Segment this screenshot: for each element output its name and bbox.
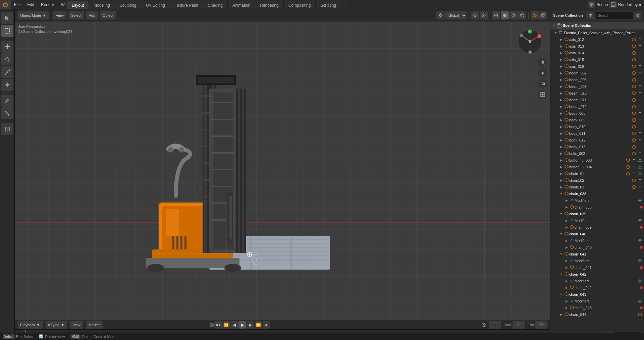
obj-arrow[interactable]: ▶ [558,45,564,48]
obj-arrow[interactable]: ▶ [558,98,564,102]
obj-arrow[interactable]: ▶ [558,179,564,182]
outliner-search-input[interactable] [596,12,633,19]
chain-arrow[interactable]: ▼ [558,192,564,195]
mesh-arrow[interactable]: ▶ [564,286,569,289]
mesh-arrow[interactable]: ▶ [564,226,569,229]
menu-file[interactable]: File [11,0,24,9]
transform-space-select[interactable]: Global [445,11,467,19]
camera-view-icon[interactable] [538,79,547,89]
mesh-arrow[interactable]: ▶ [564,306,569,309]
scene-selector[interactable] [588,1,595,8]
outliner-object-row[interactable]: ▶ body_010 [550,123,644,130]
snap-icon[interactable] [471,11,479,19]
toolbar-select-cursor[interactable] [1,12,13,24]
mod-arrow[interactable]: ▶ [564,199,569,202]
obj-arrow[interactable]: ▶ [558,92,564,95]
tab-compositing[interactable]: Compositing [284,1,316,9]
wireframe-shading-btn[interactable] [492,11,500,19]
mod-arrow[interactable]: ▶ [564,219,569,222]
object-mode-button[interactable]: Object Mode ▼ [17,11,49,19]
object-menu-button[interactable]: Object [100,11,116,19]
scene-collection-root[interactable]: ▼ Scene Collection [550,21,644,30]
mod-arrow[interactable]: ▶ [564,259,569,263]
mesh-arrow[interactable]: ▶ [564,206,569,209]
menu-render[interactable]: Render [38,0,57,9]
tab-shading[interactable]: Shading [203,1,228,9]
pan-icon[interactable] [538,68,547,78]
outliner-object-row[interactable]: ▶ chain101 [550,170,644,177]
outliner-object-row[interactable]: ▶ axis_016 [550,63,644,70]
jump-start-btn[interactable]: ⏮ [214,321,222,329]
outliner-object-row[interactable]: ▶ beem_008 [550,76,644,83]
overlay-toggle[interactable] [531,11,539,19]
mesh-arrow[interactable]: ▶ [564,246,569,249]
tab-uv-editing[interactable]: UV Editing [141,1,170,9]
obj-arrow[interactable]: ▶ [558,58,564,61]
zoom-icon[interactable] [538,58,547,67]
tab-scripting[interactable]: Scripting [316,1,341,9]
outliner-object-row[interactable]: ▶ axis_012 [550,36,644,43]
obj-arrow[interactable]: ▶ [558,85,564,88]
mod-visibility-icon[interactable] [637,218,643,223]
outliner-object-row[interactable]: ▶ bolts_002 [550,150,644,157]
outliner-object-row[interactable]: ▶ button_3_003 [550,157,644,164]
obj-arrow[interactable]: ▶ [558,118,564,122]
timeline-view-btn[interactable]: View [70,321,83,329]
mod-visibility-icon[interactable] [637,238,643,243]
obj-arrow[interactable]: ▶ [558,132,564,135]
xray-toggle[interactable] [539,11,547,19]
tab-sculpting[interactable]: Sculpting [115,1,141,9]
outliner-object-row[interactable]: ▶ axis_013 [550,43,644,50]
obj-arrow[interactable]: ▶ [558,125,564,128]
grid-view-icon[interactable] [538,90,547,99]
outliner-chain-mesh-row[interactable]: ▶ chain_043 [550,304,644,311]
outliner-object-row[interactable]: ▶ beem_012 [550,103,644,110]
outliner-chain-mesh-row[interactable]: ▶ chain_042 [550,284,644,291]
outliner-object-row[interactable]: ▶ beem_009 [550,83,644,90]
pivot-icon[interactable] [436,11,444,19]
play-btn[interactable]: ▶ [238,321,246,329]
start-frame-input[interactable] [513,321,525,329]
end-frame-input[interactable] [535,321,547,329]
solid-shading-btn[interactable] [501,11,509,19]
outliner-object-row[interactable]: ▶ body_011 [550,130,644,137]
outliner-options-btn[interactable]: ⚙ [634,12,641,19]
outliner-chain-mesh-row[interactable]: ▶ chain_039 [550,224,644,231]
outliner-root-collection[interactable]: ▼ Electric_Pallet_Stacker_with_Plastic_P… [550,30,644,36]
outliner-object-row[interactable]: ▶ body_013 [550,144,644,150]
obj-arrow[interactable]: ▶ [558,112,564,115]
chain-arrow[interactable]: ▼ [558,232,564,236]
tab-layout[interactable]: Layout [67,1,89,9]
toolbar-scale[interactable] [1,66,13,78]
mod-arrow[interactable]: ▶ [564,299,569,303]
next-frame-btn[interactable]: ⏩ [255,321,262,329]
mod-arrow[interactable]: ▶ [564,279,569,283]
c44-arrow[interactable]: ▶ [558,313,564,316]
menu-edit[interactable]: Edit [24,0,38,9]
mesh-arrow[interactable]: ▶ [564,266,569,269]
mod-visibility-icon[interactable] [637,258,643,264]
main-viewport[interactable]: User Perspective (1) Scene Collection | … [15,21,550,320]
obj-arrow[interactable]: ▶ [558,165,564,169]
outliner-object-row[interactable]: ▶ beem_011 [550,97,644,103]
marker-btn[interactable]: Marker [86,321,103,329]
outliner-object-row[interactable]: ▶ body_012 [550,137,644,144]
outliner-chain-row[interactable]: ▼ chain_041 [550,251,644,258]
outliner-object-row[interactable]: ▶ beem_010 [550,90,644,97]
current-frame-input[interactable] [489,321,501,329]
toolbar-add-cube[interactable] [1,123,13,135]
obj-arrow[interactable]: ▶ [558,71,564,75]
select-menu-button[interactable]: Select [68,11,84,19]
obj-arrow[interactable]: ▶ [558,185,564,189]
outliner-modifiers-row[interactable]: ▶ Modifiers [550,298,644,304]
obj-arrow[interactable]: ▶ [558,78,564,81]
outliner-object-row[interactable]: ▶ chain103 [550,184,644,190]
obj-arrow[interactable]: ▶ [558,152,564,155]
obj-arrow[interactable]: ▶ [558,159,564,162]
tab-rendering[interactable]: Rendering [255,1,283,9]
mod-arrow[interactable]: ▶ [564,239,569,242]
jump-end-btn[interactable]: ⏭ [263,321,270,329]
chain-arrow[interactable]: ▼ [558,273,564,276]
obj-arrow[interactable]: ▶ [558,138,564,142]
outliner-object-row[interactable]: ▶ body_008 [550,110,644,117]
